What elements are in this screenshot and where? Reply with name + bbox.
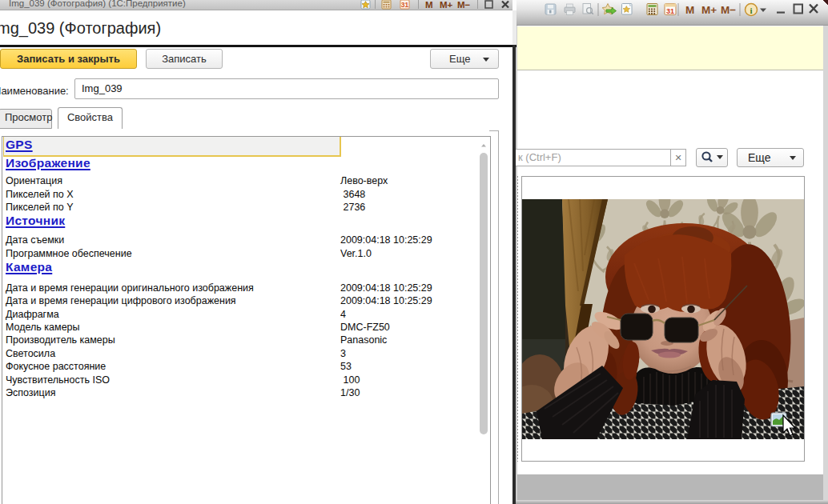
svg-text:М: М bbox=[685, 4, 694, 16]
svg-text:М−: М− bbox=[721, 4, 736, 16]
svg-text:31: 31 bbox=[401, 1, 409, 9]
svg-text:М−: М− bbox=[457, 0, 471, 10]
svg-text:31: 31 bbox=[666, 7, 674, 15]
svg-text:М+: М+ bbox=[701, 4, 717, 16]
svg-text:М: М bbox=[425, 0, 433, 10]
svg-text:i: i bbox=[750, 6, 752, 15]
svg-text:М+: М+ bbox=[440, 0, 453, 10]
